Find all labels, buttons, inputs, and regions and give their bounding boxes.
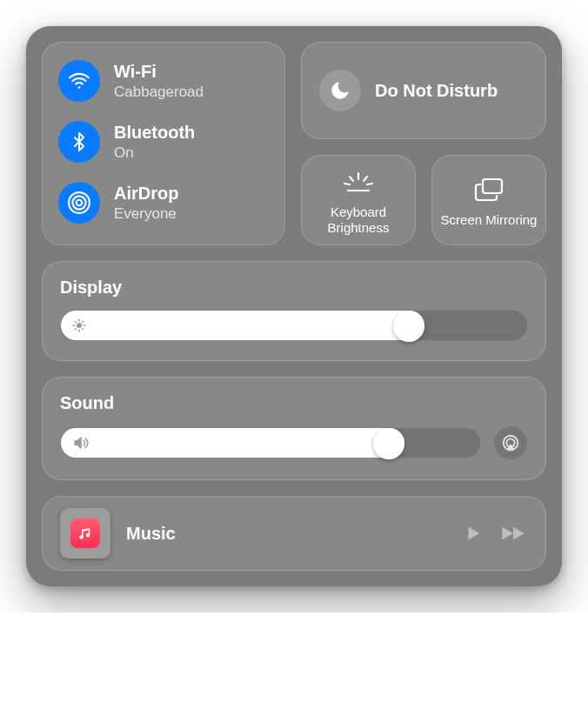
keyboard-brightness-label: Keyboard Brightness — [307, 204, 410, 236]
small-tiles-row: Keyboard Brightness Screen Mirroring — [301, 155, 546, 245]
svg-marker-25 — [502, 527, 513, 540]
screen-mirroring-label: Screen Mirroring — [441, 212, 538, 228]
airplay-audio-icon — [501, 433, 520, 452]
keyboard-brightness-icon — [341, 164, 376, 199]
audio-output-button[interactable] — [493, 425, 528, 460]
bluetooth-title: Bluetooth — [114, 123, 195, 143]
sound-slider-thumb[interactable] — [373, 428, 404, 459]
svg-line-7 — [364, 177, 367, 181]
media-title: Music — [126, 524, 448, 544]
connectivity-tile: Wi-Fi Cabbageroad Bluetooth On AirDr — [42, 42, 285, 245]
top-row: Wi-Fi Cabbageroad Bluetooth On AirDr — [42, 42, 546, 245]
sound-slider-row — [60, 425, 528, 460]
play-button[interactable] — [464, 524, 483, 543]
svg-rect-10 — [483, 179, 502, 193]
svg-line-18 — [75, 329, 76, 330]
display-slider-fill — [61, 311, 424, 340]
svg-point-2 — [72, 196, 85, 209]
display-slider-thumb[interactable] — [393, 311, 424, 342]
svg-line-6 — [350, 177, 353, 181]
media-tile[interactable]: Music — [42, 496, 546, 571]
sound-section: Sound — [42, 377, 546, 480]
svg-marker-24 — [469, 527, 480, 540]
svg-marker-20 — [75, 438, 81, 448]
svg-line-9 — [367, 184, 372, 184]
bluetooth-text: Bluetooth On — [114, 123, 195, 162]
screen-mirroring-icon — [472, 172, 505, 207]
wifi-title: Wi-Fi — [114, 62, 204, 82]
svg-line-16 — [75, 321, 76, 322]
display-slider-row — [60, 310, 528, 341]
control-center-panel: Wi-Fi Cabbageroad Bluetooth On AirDr — [26, 26, 562, 586]
fast-forward-icon — [500, 524, 528, 543]
airdrop-text: AirDrop Everyone — [114, 184, 178, 223]
airdrop-toggle[interactable]: AirDrop Everyone — [58, 182, 269, 224]
play-icon — [464, 524, 483, 543]
airdrop-icon — [58, 182, 100, 224]
sound-slider[interactable] — [60, 427, 481, 459]
media-controls — [464, 524, 528, 543]
right-column: Do Not Disturb Keyboard Brightness Scree… — [301, 42, 546, 245]
wifi-toggle[interactable]: Wi-Fi Cabbageroad — [58, 60, 269, 102]
airdrop-subtitle: Everyone — [114, 205, 178, 223]
bluetooth-toggle[interactable]: Bluetooth On — [58, 121, 269, 163]
display-section: Display — [42, 261, 546, 361]
svg-line-17 — [83, 329, 84, 330]
keyboard-brightness-button[interactable]: Keyboard Brightness — [301, 155, 416, 245]
bluetooth-icon — [58, 121, 100, 163]
airdrop-title: AirDrop — [114, 184, 178, 204]
svg-point-0 — [78, 86, 81, 89]
do-not-disturb-toggle[interactable]: Do Not Disturb — [301, 42, 546, 139]
bluetooth-subtitle: On — [114, 144, 195, 162]
svg-point-11 — [77, 324, 82, 328]
display-slider[interactable] — [60, 310, 528, 341]
music-app-icon — [70, 519, 100, 548]
sound-slider-fill — [61, 428, 404, 458]
next-button[interactable] — [500, 524, 528, 543]
display-title: Display — [60, 278, 528, 298]
volume-icon — [71, 435, 90, 451]
wifi-subtitle: Cabbageroad — [114, 84, 204, 101]
sound-title: Sound — [60, 393, 528, 413]
media-artwork — [60, 508, 110, 559]
dnd-label: Do Not Disturb — [375, 81, 498, 101]
moon-icon — [319, 70, 361, 111]
wifi-text: Wi-Fi Cabbageroad — [114, 62, 204, 101]
screen-mirroring-button[interactable]: Screen Mirroring — [431, 155, 546, 245]
wifi-icon — [58, 60, 100, 102]
svg-line-8 — [344, 184, 350, 184]
svg-point-1 — [77, 200, 83, 206]
svg-marker-26 — [513, 527, 525, 540]
svg-line-19 — [83, 321, 84, 322]
brightness-low-icon — [71, 318, 87, 333]
